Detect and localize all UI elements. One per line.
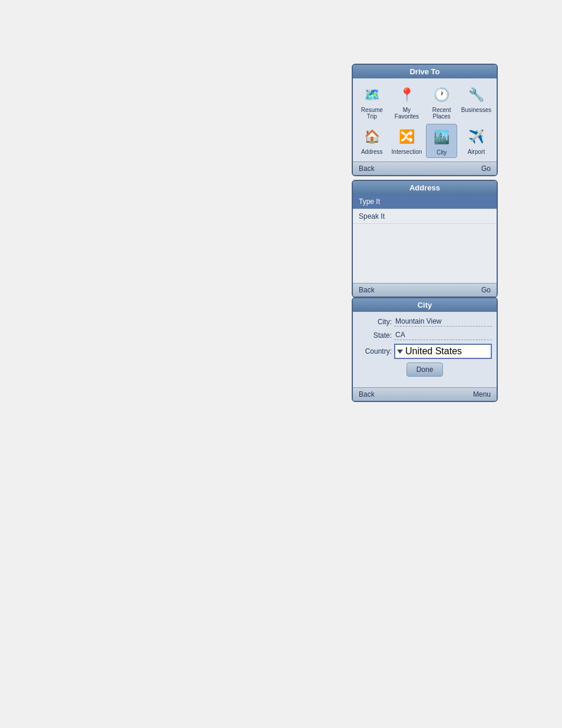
drive-to-my-favorites[interactable]: 📍 My Favorites xyxy=(390,82,424,121)
city-field-label: City: xyxy=(358,318,392,326)
drive-to-go-button[interactable]: Go xyxy=(481,164,491,173)
businesses-label: Businesses xyxy=(461,107,491,113)
country-field-row: Country: United States xyxy=(358,344,492,359)
country-dropdown[interactable]: United States xyxy=(394,344,492,359)
businesses-icon: 🔧 xyxy=(463,84,489,106)
dropdown-arrow-icon xyxy=(397,350,403,354)
intersection-label: Intersection xyxy=(392,149,422,155)
city-title: City xyxy=(353,298,497,312)
my-favorites-icon: 📍 xyxy=(394,84,419,106)
drive-to-resume-trip[interactable]: 🗺️ Resume Trip xyxy=(356,82,388,121)
airport-icon: ✈️ xyxy=(463,126,489,148)
address-list-spacer xyxy=(353,224,497,283)
drive-to-title: Drive To xyxy=(353,65,497,78)
drive-to-airport[interactable]: ✈️ Airport xyxy=(459,124,493,158)
country-field-label: Country: xyxy=(358,347,392,355)
city-footer: Back Menu xyxy=(353,387,497,401)
address-panel: Address Type It Speak It Back Go xyxy=(352,180,498,298)
address-label: Address xyxy=(361,149,383,155)
drive-to-address[interactable]: 🏠 Address xyxy=(356,124,388,158)
drive-to-intersection[interactable]: 🔀 Intersection xyxy=(390,124,424,158)
address-back-button[interactable]: Back xyxy=(359,286,375,294)
city-done-button[interactable]: Done xyxy=(406,363,444,377)
drive-to-recent-places[interactable]: 🕐 RecentPlaces xyxy=(426,82,457,121)
address-footer: Back Go xyxy=(353,283,497,297)
city-field-row: City: Mountain View xyxy=(358,317,492,327)
city-form: City: Mountain View State: CA Country: U… xyxy=(353,312,497,387)
address-list: Type It Speak It xyxy=(353,195,497,283)
city-menu-button[interactable]: Menu xyxy=(473,390,491,398)
recent-places-label: RecentPlaces xyxy=(432,107,451,120)
city-icon: 🏙️ xyxy=(429,126,455,149)
address-title: Address xyxy=(353,181,497,195)
airport-label: Airport xyxy=(468,149,485,155)
drive-to-footer: Back Go xyxy=(353,162,497,175)
city-back-button[interactable]: Back xyxy=(359,390,375,398)
state-field-row: State: CA xyxy=(358,330,492,340)
intersection-icon: 🔀 xyxy=(394,126,419,148)
address-speak-it[interactable]: Speak It xyxy=(353,209,497,224)
country-value: United States xyxy=(405,346,462,357)
address-icon: 🏠 xyxy=(359,126,385,148)
city-label: City xyxy=(437,149,447,156)
drive-to-grid: 🗺️ Resume Trip 📍 My Favorites 🕐 RecentPl… xyxy=(353,78,497,162)
resume-trip-icon: 🗺️ xyxy=(359,84,385,106)
address-go-button[interactable]: Go xyxy=(481,286,491,294)
drive-to-back-button[interactable]: Back xyxy=(359,164,375,173)
my-favorites-label: My Favorites xyxy=(392,107,422,120)
drive-to-businesses[interactable]: 🔧 Businesses xyxy=(459,82,493,121)
recent-places-icon: 🕐 xyxy=(429,84,455,106)
city-field-value: Mountain View xyxy=(394,317,492,327)
city-panel: City City: Mountain View State: CA Count… xyxy=(352,297,498,402)
drive-to-panel: Drive To 🗺️ Resume Trip 📍 My Favorites 🕐… xyxy=(352,64,498,176)
state-field-label: State: xyxy=(358,331,392,340)
drive-to-city[interactable]: 🏙️ City xyxy=(426,124,457,158)
state-field-value: CA xyxy=(394,330,492,340)
address-type-it[interactable]: Type It xyxy=(353,195,497,209)
resume-trip-label: Resume Trip xyxy=(358,107,386,120)
